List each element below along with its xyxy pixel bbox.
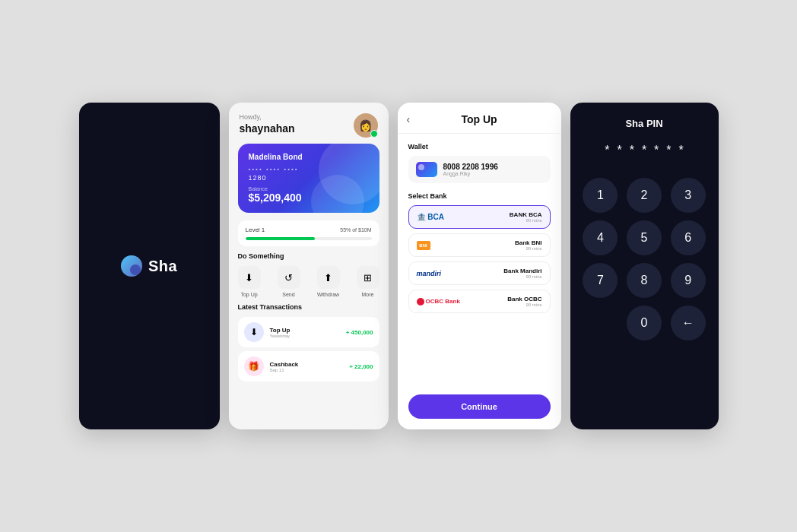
avatar-online-badge <box>370 130 378 138</box>
transaction-topup-amount: + 450,000 <box>346 329 373 336</box>
greeting-label: Howdy, <box>240 113 295 121</box>
bca-logo-text: 🏦 BCA <box>417 213 444 221</box>
pin-screen: Sha PIN * * * * * * * 1 2 3 4 5 6 7 8 9 … <box>570 103 719 429</box>
bni-logo-text: BNI <box>419 243 427 248</box>
logo-area: Sha <box>121 255 177 277</box>
transactions-section: Latest Transactions ⬇ Top Up Yesterday +… <box>238 303 379 385</box>
numpad-7[interactable]: 7 <box>583 263 618 298</box>
numpad-empty <box>583 306 619 340</box>
level-section: Level 1 55% of $10M <box>238 220 379 246</box>
transaction-cashback: 🎁 Cashback Sep 11 + 22,000 <box>238 351 379 382</box>
bni-name: Bank BNI <box>515 239 542 246</box>
actions-section: Do Something ⬇ Top Up ↺ Send ⬆ Withdraw … <box>238 252 379 297</box>
more-label: More <box>362 292 374 297</box>
ocbc-logo: OCBC Bank <box>417 298 460 306</box>
topup-header: ‹ Top Up <box>398 103 561 134</box>
topup-icon: ⬇ <box>238 266 261 289</box>
wallet-card-icon <box>416 162 437 177</box>
level-row: Level 1 55% of $10M <box>246 226 372 233</box>
level-label: Level 1 <box>246 226 265 233</box>
transaction-cashback-icon: 🎁 <box>244 356 264 376</box>
transaction-cashback-info: Cashback Sep 11 <box>270 361 344 372</box>
wallet-number: 8008 2208 1996 <box>443 163 498 171</box>
progress-fill <box>246 237 315 240</box>
numpad-2[interactable]: 2 <box>627 178 662 213</box>
topup-title: Top Up <box>461 113 497 125</box>
withdraw-icon: ⬆ <box>317 266 340 289</box>
actions-row: ⬇ Top Up ↺ Send ⬆ Withdraw ⊞ More <box>238 266 379 297</box>
transaction-topup-icon: ⬇ <box>244 322 264 342</box>
bni-logo-rect: BNI <box>417 241 430 250</box>
bni-logo: BNI <box>417 241 430 250</box>
numpad: 1 2 3 4 5 6 7 8 9 0 ← <box>583 178 707 340</box>
bca-time: 90 mins <box>510 218 542 223</box>
avatar-wrap: 👩 <box>354 113 378 138</box>
topup-screen: ‹ Top Up Wallet 8008 2208 1996 Angga Rik… <box>398 103 561 429</box>
mandiri-time: 90 mins <box>503 274 541 279</box>
transaction-topup-info: Top Up Yesterday <box>270 327 340 338</box>
wallet-icon-dot <box>418 164 424 170</box>
logo-text: Sha <box>148 258 177 275</box>
pin-dot-2: * <box>617 144 621 157</box>
numpad-5[interactable]: 5 <box>627 220 662 255</box>
numpad-8[interactable]: 8 <box>627 263 662 298</box>
bank-bni[interactable]: BNI Bank BNI 90 mins <box>408 233 551 257</box>
bank-ocbc[interactable]: OCBC Bank Bank OCBC 90 mins <box>408 290 551 313</box>
action-more[interactable]: ⊞ More <box>357 266 379 297</box>
pin-title: Sha PIN <box>625 118 662 129</box>
bca-name: BANK BCA <box>510 211 542 218</box>
transaction-cashback-date: Sep 11 <box>270 368 344 372</box>
level-percent: 55% of $10M <box>340 227 371 233</box>
pin-dot-3: * <box>630 144 634 157</box>
dashboard-screen: Howdy, shaynahan 👩 Madelina Bond •••• ••… <box>229 103 389 429</box>
bank-mandiri[interactable]: mandiri Bank Mandiri 90 mins <box>408 261 551 285</box>
send-label: Send <box>282 292 294 297</box>
wallet-label: Wallet <box>408 143 551 150</box>
select-bank-label: Select Bank <box>408 192 551 200</box>
numpad-delete[interactable]: ← <box>671 306 706 340</box>
numpad-9[interactable]: 9 <box>671 263 706 298</box>
withdraw-label: Withdraw <box>317 292 339 297</box>
numpad-0[interactable]: 0 <box>627 306 662 340</box>
numpad-1[interactable]: 1 <box>583 178 618 213</box>
mandiri-name: Bank Mandiri <box>503 268 541 274</box>
splash-screen: Sha <box>79 103 220 429</box>
mandiri-logo: mandiri <box>417 270 442 277</box>
pin-dots-row: * * * * * * * <box>605 144 684 157</box>
bank-bca[interactable]: 🏦 BCA BANK BCA 90 mins <box>408 205 551 229</box>
transaction-topup-name: Top Up <box>270 327 340 334</box>
numpad-6[interactable]: 6 <box>671 220 706 255</box>
ocbc-time: 90 mins <box>507 302 541 307</box>
bca-logo: 🏦 BCA <box>417 213 444 221</box>
ocbc-circle <box>417 298 424 306</box>
send-icon: ↺ <box>278 266 300 289</box>
wallet-owner: Angga Riky <box>443 171 498 176</box>
bni-info: Bank BNI 90 mins <box>515 239 542 251</box>
action-send[interactable]: ↺ Send <box>278 266 300 297</box>
wallet-card: 8008 2208 1996 Angga Riky <box>408 156 551 183</box>
bca-info: BANK BCA 90 mins <box>510 211 542 223</box>
back-button[interactable]: ‹ <box>407 113 411 125</box>
transaction-cashback-amount: + 22,000 <box>349 363 373 370</box>
bni-time: 90 mins <box>515 246 542 251</box>
credit-card: Madelina Bond •••• •••• •••• 1280 Balanc… <box>238 144 379 213</box>
continue-button[interactable]: Continue <box>408 394 551 419</box>
pin-dot-7: * <box>679 144 684 157</box>
pin-dot-1: * <box>605 144 609 157</box>
user-name: shaynahan <box>240 122 295 135</box>
ocbc-logo-text: OCBC Bank <box>426 298 460 305</box>
action-withdraw[interactable]: ⬆ Withdraw <box>317 266 340 297</box>
pin-dot-6: * <box>666 144 671 157</box>
wallet-info: 8008 2208 1996 Angga Riky <box>443 163 498 176</box>
numpad-4[interactable]: 4 <box>583 220 618 255</box>
pin-dot-4: * <box>642 144 646 157</box>
topup-label: Top Up <box>240 292 257 297</box>
numpad-3[interactable]: 3 <box>671 178 706 213</box>
action-topup[interactable]: ⬇ Top Up <box>238 266 261 297</box>
transactions-title: Latest Transactions <box>238 303 379 311</box>
transaction-topup: ⬇ Top Up Yesterday + 450,000 <box>238 317 379 347</box>
ocbc-info: Bank OCBC 90 mins <box>507 296 541 307</box>
dashboard-header: Howdy, shaynahan 👩 <box>229 103 389 144</box>
greeting-area: Howdy, shaynahan <box>240 113 295 135</box>
pin-dot-5: * <box>654 144 659 157</box>
